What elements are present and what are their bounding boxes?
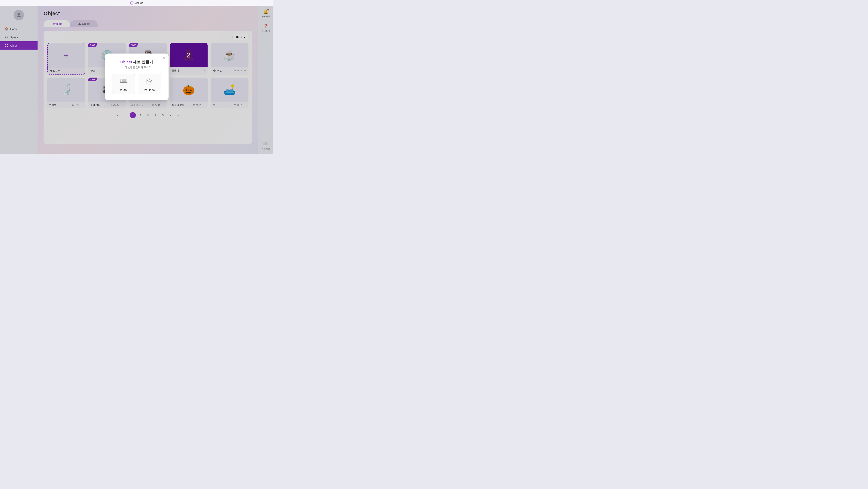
- template-option[interactable]: Template: [138, 74, 161, 94]
- plane-label: Plane: [120, 88, 127, 91]
- svg-rect-9: [123, 81, 125, 82]
- svg-rect-8: [122, 81, 123, 82]
- svg-rect-14: [125, 79, 126, 81]
- svg-rect-12: [122, 79, 123, 81]
- svg-rect-6: [120, 82, 127, 83]
- plane-icon: [119, 77, 128, 86]
- template-icon: [145, 77, 154, 86]
- svg-rect-11: [120, 79, 121, 81]
- app-logo: Modelic: [130, 1, 143, 5]
- modal-overlay: × Object 새로 만들기 시작 방법을 선택해 주세요: [0, 0, 273, 154]
- modal-title-suffix: 새로 만들기: [132, 60, 153, 64]
- svg-rect-7: [120, 81, 121, 82]
- create-object-modal: × Object 새로 만들기 시작 방법을 선택해 주세요: [105, 54, 168, 100]
- plane-option[interactable]: Plane: [112, 74, 135, 94]
- svg-rect-13: [123, 79, 125, 81]
- logo-icon: [130, 1, 134, 5]
- svg-rect-10: [125, 81, 126, 82]
- template-label: Template: [144, 88, 155, 91]
- modal-options: Plane Template: [112, 74, 161, 94]
- modal-subtitle: 시작 방법을 선택해 주세요: [112, 66, 161, 69]
- title-bar: Modelic ×: [0, 0, 273, 6]
- window-close-button[interactable]: ×: [269, 1, 270, 5]
- modal-close-button[interactable]: ×: [163, 56, 165, 60]
- modal-title-prefix: Object: [120, 60, 132, 64]
- app-title: Modelic: [135, 1, 143, 4]
- modal-title: Object 새로 만들기: [112, 60, 161, 65]
